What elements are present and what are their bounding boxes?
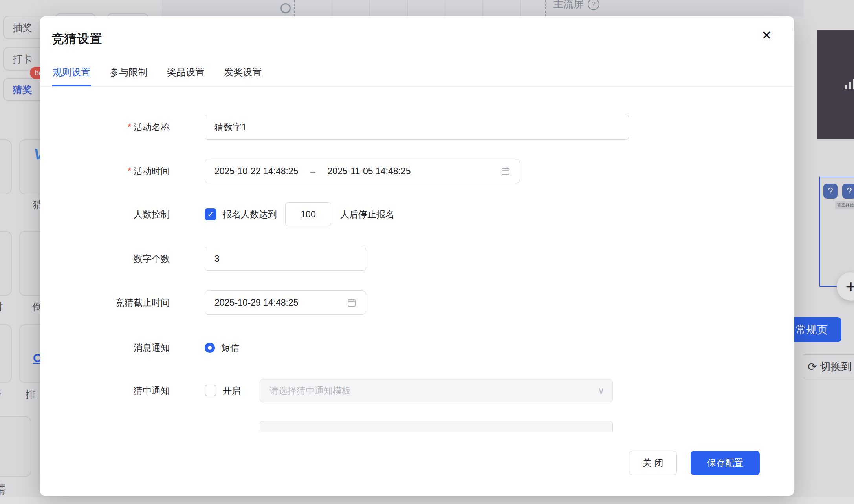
tab-rule-settings[interactable]: 规则设置 bbox=[52, 61, 91, 86]
tab-participation-limit[interactable]: 参与限制 bbox=[109, 61, 148, 86]
tab-award-settings[interactable]: 发奖设置 bbox=[223, 61, 262, 86]
tab-prize-settings[interactable]: 奖品设置 bbox=[166, 61, 205, 86]
activity-time-row: *活动时间 2025-10-22 14:48:25 → 2025-11-05 1… bbox=[40, 159, 794, 183]
guess-deadline-label: 竞猜截止时间 bbox=[40, 297, 170, 309]
deadline-value[interactable]: 2025-10-29 14:48:25 bbox=[214, 298, 299, 308]
activity-name-label: *活动名称 bbox=[40, 121, 170, 133]
settings-tab-bar: 规则设置 参与限制 奖品设置 发奖设置 bbox=[40, 61, 794, 87]
people-limit-input[interactable] bbox=[285, 202, 331, 226]
save-config-button[interactable]: 保存配置 bbox=[691, 451, 760, 475]
people-limit-checkbox-label[interactable]: 报名人数达到 bbox=[223, 208, 277, 221]
guess-deadline-row: 竞猜截止时间 2025-10-29 14:48:25 bbox=[40, 290, 794, 315]
dialog-title: 竞猜设置 bbox=[52, 31, 102, 47]
sms-radio-label[interactable]: 短信 bbox=[221, 342, 239, 354]
close-icon[interactable]: ✕ bbox=[761, 29, 772, 42]
end-time-value[interactable]: 2025-11-05 14:48:25 bbox=[328, 166, 411, 177]
win-notify-label: 猜中通知 bbox=[40, 385, 170, 397]
clipped-next-field[interactable] bbox=[260, 421, 613, 432]
win-notify-template-select[interactable]: 请选择猜中通知模板 ∨ bbox=[260, 379, 613, 402]
range-arrow-icon: → bbox=[309, 166, 317, 176]
required-mark: * bbox=[128, 166, 131, 176]
digit-count-input[interactable] bbox=[205, 247, 366, 271]
close-button[interactable]: 关 闭 bbox=[629, 451, 677, 475]
message-notify-label: 消息通知 bbox=[40, 342, 170, 354]
activity-name-row: *活动名称 bbox=[40, 115, 794, 140]
people-limit-checkbox[interactable]: ✓ bbox=[205, 208, 216, 220]
start-time-value[interactable]: 2025-10-22 14:48:25 bbox=[214, 166, 299, 177]
win-notify-row: 猜中通知 开启 请选择猜中通知模板 ∨ bbox=[40, 379, 794, 402]
select-placeholder: 请选择猜中通知模板 bbox=[269, 385, 351, 397]
people-limit-label: 人数控制 bbox=[40, 208, 170, 221]
win-notify-checkbox[interactable] bbox=[205, 385, 216, 396]
activity-time-label: *活动时间 bbox=[40, 165, 170, 177]
message-notify-row: 消息通知 短信 bbox=[40, 339, 794, 356]
digit-count-label: 数字个数 bbox=[40, 253, 170, 265]
guess-deadline-picker[interactable]: 2025-10-29 14:48:25 bbox=[205, 290, 366, 315]
win-notify-checkbox-label[interactable]: 开启 bbox=[223, 385, 241, 397]
digit-count-row: 数字个数 bbox=[40, 247, 794, 271]
sms-radio[interactable] bbox=[205, 343, 215, 353]
guess-settings-dialog: 竞猜设置 ✕ 规则设置 参与限制 奖品设置 发奖设置 *活动名称 *活动时间 2… bbox=[40, 16, 794, 496]
activity-time-range-picker[interactable]: 2025-10-22 14:48:25 → 2025-11-05 14:48:2… bbox=[205, 159, 520, 183]
calendar-icon bbox=[501, 166, 510, 176]
dialog-body: *活动名称 *活动时间 2025-10-22 14:48:25 → 2025-1… bbox=[40, 90, 794, 432]
required-mark: * bbox=[128, 122, 131, 132]
chevron-down-icon: ∨ bbox=[597, 385, 605, 396]
people-limit-row: 人数控制 ✓ 报名人数达到 人后停止报名 bbox=[40, 202, 794, 226]
calendar-icon bbox=[347, 298, 356, 307]
check-icon: ✓ bbox=[207, 210, 214, 219]
activity-name-input[interactable] bbox=[205, 115, 629, 140]
people-limit-suffix: 人后停止报名 bbox=[340, 208, 394, 221]
